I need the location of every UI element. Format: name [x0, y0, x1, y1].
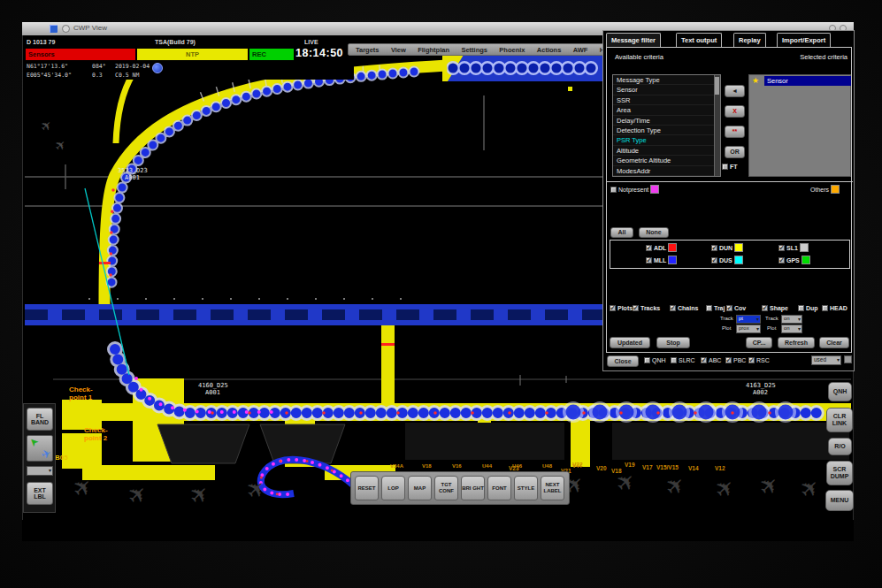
ntp-status-badge[interactable]: NTP — [137, 49, 248, 60]
selected-criteria-item[interactable]: Sensor — [764, 76, 851, 86]
menu-flightplan[interactable]: Flightplan — [418, 46, 449, 54]
cov-plot-dropdown[interactable]: prox — [736, 325, 761, 333]
qnh-button[interactable]: QNH — [828, 382, 852, 401]
panel-resize-handle[interactable] — [844, 355, 852, 363]
tab-import-export[interactable]: Import/Export — [777, 33, 831, 47]
stand-b05-label: B05 — [55, 454, 68, 462]
available-criteria-list[interactable]: Message Type Sensor SSR Area Delay/Time … — [612, 74, 721, 177]
list-scrollbar[interactable] — [714, 75, 720, 176]
cp-button[interactable]: CP... — [746, 337, 772, 348]
sensor-dun-checkbox[interactable] — [711, 245, 717, 251]
sensor-dus-label: DUS — [719, 257, 732, 263]
traj-checkbox[interactable] — [706, 305, 712, 311]
sensor-mll-checkbox[interactable] — [646, 257, 652, 263]
style-button[interactable]: STYLE — [514, 476, 538, 500]
menu-targets[interactable]: Targets — [356, 46, 380, 54]
main-menubar: Targets View Flightplan Settings Phoenix… — [348, 43, 622, 56]
map-button[interactable]: MAP — [408, 476, 432, 500]
ft-checkbox[interactable] — [722, 164, 728, 170]
font-button[interactable]: FONT — [487, 476, 511, 500]
updated-button[interactable]: Updated — [610, 337, 650, 348]
sensors-status-badge[interactable]: Sensors — [26, 49, 135, 60]
selected-criteria-list[interactable]: Sensor — [748, 74, 851, 177]
tab-replay[interactable]: Replay — [733, 33, 766, 47]
track-label[interactable]: 4160_D25 — [198, 382, 228, 389]
menu-button[interactable]: MENU — [825, 490, 854, 511]
chains-checkbox[interactable] — [670, 305, 676, 311]
criteria-item[interactable]: Altitude — [613, 146, 720, 156]
fl-band-button[interactable]: FL BAND — [27, 408, 53, 431]
tracks-checkbox[interactable] — [633, 305, 639, 311]
selected-criteria-label: Selected criteria — [755, 53, 847, 61]
close-button[interactable]: Close — [607, 355, 639, 367]
cov-checkbox[interactable] — [726, 305, 732, 311]
criteria-item[interactable]: ModesAddr — [613, 166, 720, 176]
app-menu-icon[interactable] — [62, 25, 70, 33]
reset-button[interactable]: RESET — [355, 476, 379, 500]
used-dropdown[interactable]: used — [811, 355, 841, 365]
latitude-readout: N61°17'13.6" — [27, 63, 68, 70]
tab-message-filter[interactable]: Message filter — [606, 33, 661, 47]
dup-checkbox[interactable] — [798, 305, 804, 311]
criteria-item[interactable]: SSR — [613, 95, 720, 105]
scr-dump-button[interactable]: SCR DUMP — [826, 461, 853, 485]
track-label-callsign[interactable]: A001 — [205, 389, 220, 396]
track-label[interactable]: 4163_D25 — [746, 382, 776, 389]
menu-actions[interactable]: Actions — [537, 46, 562, 54]
sensor-adl-checkbox[interactable] — [646, 245, 652, 251]
checkpoint-2-label: Check-point 2 — [84, 427, 108, 442]
all-button[interactable]: All — [610, 227, 633, 238]
menu-awf[interactable]: AWF — [573, 46, 588, 54]
track-label[interactable]: 3523_D23 — [118, 167, 148, 174]
notpresent-checkbox[interactable] — [610, 187, 617, 193]
criteria-item[interactable]: Delay/Time — [613, 116, 720, 126]
tab-text-output[interactable]: Text output — [676, 33, 722, 47]
head-checkbox[interactable] — [822, 305, 828, 311]
tgt-conf-button[interactable]: TGT CONF — [434, 476, 458, 500]
criteria-item[interactable]: Detection Type — [613, 126, 720, 135]
ext-lbl-button[interactable]: EXT LBL — [27, 482, 53, 505]
criteria-item[interactable]: Geometric Altitude — [613, 156, 720, 165]
track-label-callsign[interactable]: A002 — [753, 389, 768, 396]
sensor-sl1-checkbox[interactable] — [778, 245, 785, 251]
menu-view[interactable]: View — [391, 46, 406, 54]
criteria-item[interactable]: Sensor — [613, 85, 720, 95]
ro-button[interactable]: R/O — [828, 438, 852, 455]
plots-checkbox[interactable] — [610, 305, 616, 311]
rsc-checkbox[interactable] — [748, 357, 755, 363]
move-criteria-button[interactable]: ◄ — [725, 85, 745, 97]
clr-link-button[interactable]: CLR LINK — [826, 408, 853, 432]
sensor-gps-checkbox[interactable] — [778, 257, 785, 263]
pointer-tool-tile[interactable] — [27, 435, 53, 462]
pbc-checkbox[interactable] — [725, 357, 732, 363]
qnh-checkbox[interactable] — [644, 357, 650, 363]
track-label-callsign[interactable]: A001 — [125, 174, 140, 181]
refresh-button[interactable]: Refresh — [778, 337, 815, 348]
shape-track-dropdown[interactable]: on — [781, 315, 802, 324]
rec-status-badge[interactable]: REC — [249, 49, 294, 60]
bright-button[interactable]: BRI GHT — [461, 476, 485, 500]
criteria-item-selected[interactable]: PSR Type — [613, 135, 720, 145]
none-button[interactable]: None — [639, 227, 669, 238]
lop-button[interactable]: LOP — [381, 476, 405, 500]
left-tools-dropdown[interactable] — [27, 466, 53, 476]
shape-plot-dropdown[interactable]: on — [781, 325, 802, 333]
remove-all-button[interactable]: ** — [725, 126, 745, 138]
menu-phoenix[interactable]: Phoenix — [499, 46, 525, 54]
sensor-dus-checkbox[interactable] — [711, 257, 717, 263]
shape-checkbox[interactable] — [762, 305, 768, 311]
ft-label: FT — [730, 164, 738, 170]
sensor-dun-swatch — [734, 243, 743, 252]
slrc-checkbox[interactable] — [671, 357, 677, 363]
clear-button[interactable]: Clear — [819, 337, 849, 348]
next-label-button[interactable]: NEXT LABEL — [541, 476, 564, 500]
taxi-label: V14 — [688, 465, 699, 471]
cov-track-dropdown[interactable]: pt — [736, 315, 761, 324]
stop-button[interactable]: Stop — [656, 337, 690, 348]
criteria-item[interactable]: Message Type — [613, 75, 720, 85]
menu-settings[interactable]: Settings — [461, 46, 487, 54]
or-button[interactable]: OR — [725, 146, 745, 158]
abc-checkbox[interactable] — [701, 357, 707, 363]
criteria-item[interactable]: Area — [613, 105, 720, 115]
remove-criteria-button[interactable]: X — [725, 105, 745, 118]
